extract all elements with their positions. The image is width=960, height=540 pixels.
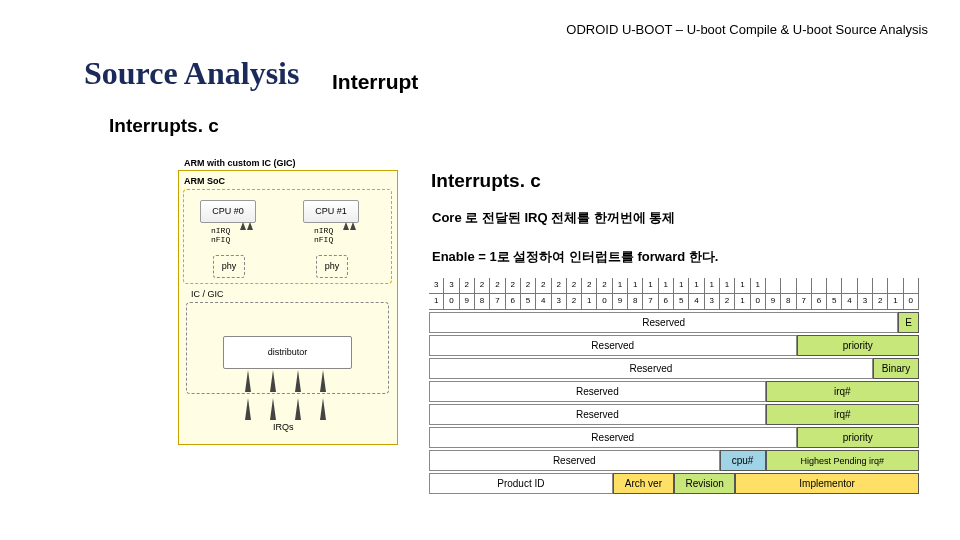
description-2: Enable = 1로 설정하여 인터럽트를 forward 한다. [432,248,718,266]
bit-cell: 1 [719,278,734,293]
bit-cell: 3 [429,278,443,293]
bit-cell: 1 [734,294,749,309]
phy-0: phy [213,255,245,278]
bit-cell: 1 [642,278,657,293]
bit-cell: 2 [596,278,611,293]
bit-cell: 1 [429,294,443,309]
bit-cell: 9 [765,294,780,309]
bit-cell: 2 [872,294,887,309]
bit-cell [796,278,811,293]
bit-cell: 1 [704,278,719,293]
register-row: Reservedcpu#Highest Pending irq# [429,450,919,471]
bit-cell: 0 [443,294,458,309]
bit-cell: 2 [551,278,566,293]
bit-cell [887,278,902,293]
register-field: E [898,312,919,333]
sig-cpu0: nIRQnFIQ [211,227,230,245]
register-field: Reserved [429,312,898,333]
bit-row-high: 3322222222221111111111 [429,278,919,294]
bit-cell: 6 [505,294,520,309]
bit-cell: 1 [612,278,627,293]
bit-cell: 1 [887,294,902,309]
bit-cell: 7 [642,294,657,309]
register-row: Reservedirq# [429,404,919,425]
register-field: Reserved [429,381,766,402]
bit-cell: 3 [857,294,872,309]
bit-cell: 1 [581,294,596,309]
bit-cell: 1 [627,278,642,293]
description-1: Core 로 전달된 IRQ 전체를 한꺼번에 통제 [432,209,675,227]
distributor: distributor [223,336,352,369]
cpu-0: CPU #0 [200,200,256,223]
bit-cell: 5 [673,294,688,309]
bit-cell: 2 [505,278,520,293]
bit-cell: 7 [796,294,811,309]
register-field: Highest Pending irq# [766,450,919,471]
bit-cell: 1 [673,278,688,293]
bit-cell: 9 [612,294,627,309]
soc-label: ARM SoC [184,176,225,186]
bit-cell: 1 [688,278,703,293]
register-field: Reserved [429,404,766,425]
bit-cell [780,278,795,293]
bit-cell: 4 [688,294,703,309]
register-row: Reservedpriority [429,335,919,356]
bit-cell: 3 [443,278,458,293]
arm-label: ARM with custom IC (GIC) [184,158,296,168]
bit-cell [826,278,841,293]
bit-cell: 0 [596,294,611,309]
register-field: Revision [674,473,735,494]
register-row: ReservedBinary Point [429,358,919,379]
bit-row-low: 10987654321098765432109876543210 [429,294,919,310]
bit-cell: 2 [566,278,581,293]
register-field: Reserved [429,335,797,356]
bit-cell [903,278,919,293]
sig-cpu1: nIRQnFIQ [314,227,333,245]
register-field: Implementor [735,473,919,494]
register-field: Reserved [429,358,873,379]
bit-cell [811,278,826,293]
bit-cell: 2 [520,278,535,293]
bit-cell: 2 [459,278,474,293]
bit-cell: 8 [474,294,489,309]
register-row: Reservedirq# [429,381,919,402]
register-field: irq# [766,404,919,425]
bit-cell: 7 [489,294,504,309]
bit-cell: 2 [566,294,581,309]
bit-cell: 0 [903,294,919,309]
bit-cell: 1 [734,278,749,293]
bit-cell [765,278,780,293]
bit-cell: 4 [841,294,856,309]
register-field: irq# [766,381,919,402]
register-field: cpu# [720,450,766,471]
bit-cell: 5 [520,294,535,309]
register-field: priority [797,427,920,448]
phy-1: phy [316,255,348,278]
bit-cell [857,278,872,293]
bit-cell: 2 [535,278,550,293]
bit-cell: 1 [658,278,673,293]
register-row: Product IDArch verRevisionImplementor [429,473,919,494]
bit-cell: 2 [474,278,489,293]
page-title: Source Analysis [84,55,299,92]
bit-cell: 4 [535,294,550,309]
bit-cell: 2 [719,294,734,309]
bit-cell: 0 [750,294,765,309]
register-field: Binary Point [873,358,919,379]
register-field: Arch ver [613,473,674,494]
bit-cell [841,278,856,293]
bit-cell: 3 [551,294,566,309]
section-left: Interrupts. c [109,115,219,137]
irqs-label: IRQs [273,422,294,432]
icgic-label: IC / GIC [191,289,224,299]
bit-cell: 2 [489,278,504,293]
subtitle: Interrupt [332,70,418,94]
bit-cell [872,278,887,293]
bit-cell: 1 [750,278,765,293]
header-text: ODROID U-BOOT – U-boot Compile & U-boot … [566,22,928,37]
bit-cell: 6 [658,294,673,309]
register-diagram: 3322222222221111111111 10987654321098765… [429,278,919,494]
bit-cell: 5 [826,294,841,309]
bit-cell: 2 [581,278,596,293]
bit-cell: 9 [459,294,474,309]
